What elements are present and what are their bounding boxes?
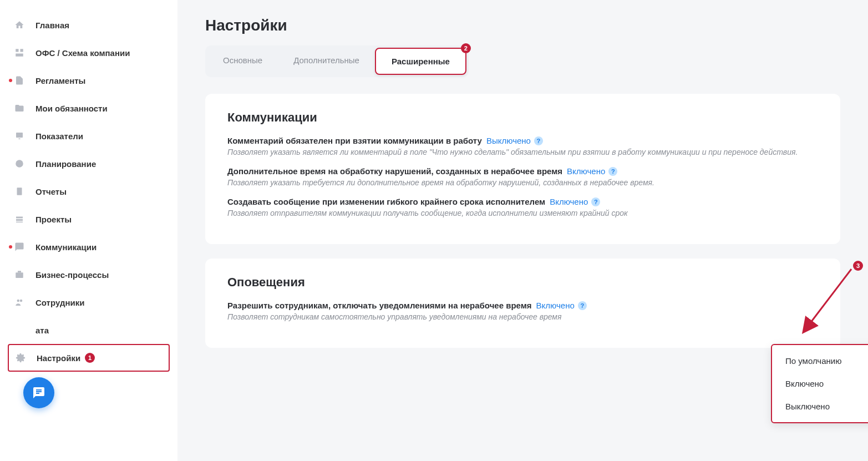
svg-point-5 — [16, 160, 23, 168]
setting-description: Позволяет указать является ли комментари… — [227, 148, 818, 156]
annotation-badge-3: 3 — [853, 261, 863, 271]
org-icon — [13, 47, 26, 59]
sidebar-item-label: Проекты — [35, 215, 72, 224]
sidebar-item-label: Сотрудники — [35, 298, 84, 307]
setting-description: Позволяет отправителям коммуникации полу… — [227, 209, 818, 217]
sidebar-item-settings[interactable]: Настройки 1 — [8, 344, 170, 372]
sidebar-item-indicators[interactable]: Показатели — [0, 122, 177, 150]
svg-rect-3 — [16, 133, 23, 138]
sidebar-item-partial[interactable]: ата — [0, 316, 177, 344]
setting-label: Комментарий обязателен при взятии коммун… — [227, 136, 482, 145]
sidebar-item-label: Регламенты — [35, 76, 85, 85]
sidebar-item-label: Главная — [35, 21, 69, 30]
tabs-container: Основные Дополнительные Расширенные 2 — [205, 45, 469, 77]
svg-rect-8 — [16, 219, 23, 221]
setting-row: Разрешить сотрудникам, отключать уведомл… — [227, 301, 818, 321]
page-title: Настройки — [205, 17, 840, 34]
sidebar-item-label: Настройки — [37, 353, 80, 363]
sidebar: Главная ОФС / Схема компании Регламенты … — [0, 0, 177, 461]
blank-icon — [13, 324, 26, 336]
clock-icon — [13, 158, 26, 170]
svg-rect-2 — [16, 54, 23, 57]
sidebar-item-duties[interactable]: Мои обязанности — [0, 94, 177, 122]
sidebar-item-planning[interactable]: Планирование — [0, 150, 177, 178]
help-icon[interactable]: ? — [534, 136, 543, 145]
svg-point-13 — [20, 300, 23, 302]
communications-card: Коммуникации Комментарий обязателен при … — [205, 94, 840, 244]
setting-label: Разрешить сотрудникам, отключать уведомл… — [227, 301, 532, 310]
svg-rect-4 — [19, 139, 21, 140]
setting-label: Создавать сообщение при изменении гибког… — [227, 197, 545, 206]
help-icon[interactable]: ? — [608, 167, 617, 176]
sidebar-item-label: Показатели — [35, 131, 83, 141]
card-title: Оповещения — [227, 275, 818, 290]
setting-label-row: Создавать сообщение при изменении гибког… — [227, 197, 818, 206]
sidebar-item-label: Отчеты — [35, 187, 67, 196]
chat-support-button[interactable] — [23, 377, 54, 408]
help-icon[interactable]: ? — [578, 301, 587, 310]
sidebar-item-label: ОФС / Схема компании — [35, 48, 130, 58]
chart-icon — [13, 130, 26, 142]
value-dropdown: По умолчанию Включено Выключено — [771, 344, 868, 423]
setting-row: Дополнительное время на обработку наруше… — [227, 166, 818, 187]
tab-main[interactable]: Основные — [207, 48, 278, 75]
setting-description: Позволяет указать требуется ли дополните… — [227, 178, 818, 187]
home-icon — [13, 19, 26, 31]
setting-value-toggle[interactable]: Включено — [550, 197, 588, 206]
notification-dot — [9, 79, 12, 82]
svg-rect-10 — [16, 272, 23, 278]
sidebar-item-org[interactable]: ОФС / Схема компании — [0, 39, 177, 67]
sidebar-item-reports[interactable]: Отчеты — [0, 178, 177, 205]
svg-rect-1 — [21, 49, 23, 52]
help-icon[interactable]: ? — [591, 197, 600, 206]
svg-rect-11 — [18, 271, 21, 272]
tab-advanced[interactable]: Расширенные 2 — [375, 48, 466, 75]
setting-value-toggle[interactable]: Включено — [536, 301, 575, 310]
svg-rect-6 — [17, 188, 22, 195]
sidebar-item-home[interactable]: Главная — [0, 11, 177, 39]
sidebar-item-regulations[interactable]: Регламенты — [0, 67, 177, 94]
main-content: Настройки Основные Дополнительные Расшир… — [177, 0, 868, 461]
tab-additional[interactable]: Дополнительные — [278, 48, 375, 75]
svg-rect-9 — [16, 222, 23, 223]
sidebar-item-label: Планирование — [35, 159, 96, 169]
setting-row: Создавать сообщение при изменении гибког… — [227, 197, 818, 217]
svg-rect-0 — [16, 49, 18, 52]
setting-label-row: Комментарий обязателен при взятии коммун… — [227, 136, 818, 145]
dropdown-item-default[interactable]: По умолчанию — [772, 349, 868, 372]
users-icon — [13, 296, 26, 308]
sidebar-item-label: ата — [35, 326, 49, 335]
tab-label: Расширенные — [392, 57, 450, 66]
sidebar-item-projects[interactable]: Проекты — [0, 205, 177, 233]
svg-point-12 — [17, 300, 20, 302]
notifications-card: Оповещения Разрешить сотрудникам, отключ… — [205, 259, 840, 348]
annotation-badge-1: 1 — [85, 353, 95, 363]
setting-value-toggle[interactable]: Выключено — [486, 136, 531, 145]
gear-icon — [14, 352, 27, 364]
sidebar-item-processes[interactable]: Бизнес-процессы — [0, 261, 177, 288]
briefcase-icon — [13, 269, 26, 281]
setting-description: Позволяет сотрудникам самостоятельно упр… — [227, 312, 818, 321]
sidebar-item-employees[interactable]: Сотрудники — [0, 288, 177, 316]
dropdown-item-enabled[interactable]: Включено — [772, 372, 868, 395]
setting-row: Комментарий обязателен при взятии коммун… — [227, 136, 818, 156]
setting-label-row: Разрешить сотрудникам, отключать уведомл… — [227, 301, 818, 310]
dropdown-item-disabled[interactable]: Выключено — [772, 395, 868, 418]
sidebar-item-communications[interactable]: Коммуникации — [0, 233, 177, 261]
setting-label: Дополнительное время на обработку наруше… — [227, 166, 562, 176]
sidebar-item-label: Бизнес-процессы — [35, 270, 109, 280]
card-title: Коммуникации — [227, 110, 818, 125]
doc-icon — [13, 74, 26, 87]
folder-icon — [13, 102, 26, 114]
notification-dot — [9, 245, 12, 249]
stack-icon — [13, 213, 26, 225]
setting-label-row: Дополнительное время на обработку наруше… — [227, 166, 818, 176]
annotation-badge-2: 2 — [461, 43, 471, 53]
setting-value-toggle[interactable]: Включено — [567, 166, 605, 176]
clipboard-icon — [13, 185, 26, 197]
sidebar-item-label: Мои обязанности — [35, 104, 108, 113]
sidebar-item-label: Коммуникации — [35, 242, 97, 252]
chat-icon — [13, 241, 26, 253]
svg-rect-7 — [16, 217, 23, 219]
